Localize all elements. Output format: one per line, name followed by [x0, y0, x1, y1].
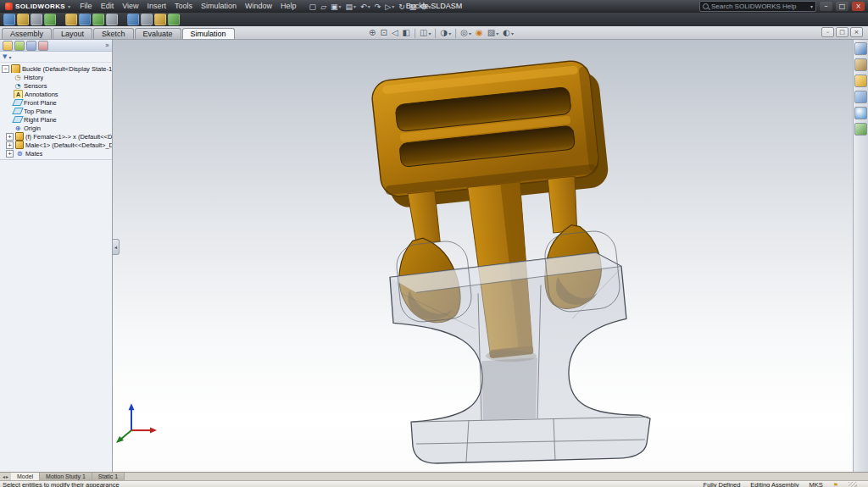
tree-item-history[interactable]: ◷ History [0, 73, 112, 81]
view-settings-icon[interactable]: ◐▾ [503, 28, 514, 38]
collapse-icon[interactable]: − [2, 65, 9, 73]
tab-assembly[interactable]: Assembly [2, 28, 52, 39]
resize-grip[interactable] [849, 482, 857, 487]
apply-scene-caret-icon[interactable]: ▾ [496, 30, 498, 36]
expand-icon[interactable]: + [6, 150, 14, 158]
tree-item-annotations[interactable]: A Annotations [0, 90, 112, 98]
tree-item-root[interactable]: − Buckle (Default<Display State-1>) [0, 64, 112, 73]
save-icon[interactable]: ▣▾ [329, 2, 343, 12]
save-caret-icon[interactable]: ▾ [339, 3, 342, 9]
appearances-scenes-icon[interactable] [854, 107, 867, 119]
solidworks-resources-icon[interactable] [854, 42, 867, 55]
menu-simulation[interactable]: Simulation [197, 0, 241, 13]
tree-item-right-plane[interactable]: Right Plane [0, 115, 112, 124]
view-settings-caret-icon[interactable]: ▾ [511, 30, 514, 36]
menu-tools[interactable]: Tools [170, 0, 197, 13]
menu-insert[interactable]: Insert [143, 0, 171, 13]
configurationmanager-tab-icon[interactable] [26, 41, 36, 51]
command-icon[interactable] [92, 14, 104, 25]
file-explorer-icon[interactable] [854, 75, 867, 87]
display-style-caret-icon[interactable]: ▾ [448, 30, 451, 36]
select-icon[interactable]: ▷▾ [383, 2, 396, 12]
panel-collapse-handle[interactable]: ◂ [113, 239, 120, 255]
chevron-right-icon[interactable]: » [105, 42, 109, 49]
status-units[interactable]: MKS [809, 481, 822, 487]
view-orientation-caret-icon[interactable]: ▾ [429, 30, 431, 36]
tab-model[interactable]: Model [11, 473, 40, 480]
section-view-icon[interactable]: ◧ [403, 28, 410, 38]
menu-view[interactable]: View [118, 0, 142, 13]
doc-restore-button[interactable]: □ [836, 27, 849, 37]
display-style-icon[interactable]: ◑▾ [441, 28, 452, 38]
tab-layout[interactable]: Layout [53, 28, 92, 39]
previous-view-icon[interactable]: ◁ [392, 28, 398, 38]
menu-file[interactable]: File [75, 0, 97, 13]
hide-show-items-icon[interactable]: ◎▾ [460, 28, 471, 38]
tab-scroll-buttons[interactable]: ◂ ▸ [0, 473, 11, 480]
apply-scene-icon[interactable]: ▨▾ [487, 28, 498, 38]
minimize-button[interactable]: – [820, 2, 832, 11]
design-library-icon[interactable] [854, 58, 867, 71]
filter-caret-icon[interactable]: ▾ [8, 54, 11, 60]
tree-item-female-part[interactable]: + (f) Female<1>-> x (Default<<Default> [0, 132, 112, 141]
tab-static-1[interactable]: Static 1 [92, 473, 125, 480]
new-document-icon[interactable]: ▢ [308, 2, 319, 12]
command-icon[interactable] [3, 14, 15, 25]
doc-close-button[interactable]: × [850, 27, 863, 37]
command-icon[interactable] [106, 14, 118, 25]
print-caret-icon[interactable]: ▾ [353, 3, 356, 9]
menu-help[interactable]: Help [276, 0, 301, 13]
featuremanager-tree-tab-icon[interactable] [3, 41, 13, 51]
tab-motion-study-1[interactable]: Motion Study 1 [40, 473, 92, 480]
command-icon[interactable] [168, 14, 180, 25]
undo-caret-icon[interactable]: ▾ [368, 3, 370, 9]
menu-window[interactable]: Window [241, 0, 276, 13]
tab-scroll-right-icon[interactable]: ▸ [6, 473, 8, 479]
tab-evaluate[interactable]: Evaluate [135, 28, 181, 39]
command-icon[interactable] [79, 14, 91, 25]
view-orientation-icon[interactable]: ◫▾ [420, 28, 431, 38]
tree-item-top-plane[interactable]: Top Plane [0, 107, 112, 115]
undo-icon[interactable]: ↶▾ [359, 2, 372, 12]
command-icon[interactable] [65, 14, 77, 25]
tree-item-male-part[interactable]: + Male<1> (Default<<Default>_Display S [0, 141, 112, 149]
command-icon[interactable] [141, 14, 153, 25]
propertymanager-tab-icon[interactable] [14, 41, 25, 51]
zoom-area-icon[interactable]: ⊡ [381, 28, 387, 38]
edit-appearance-icon[interactable]: ◉ [476, 28, 483, 38]
command-icon[interactable] [154, 14, 166, 25]
doc-minimize-button[interactable]: – [821, 27, 834, 37]
command-icon[interactable] [17, 14, 29, 25]
print-icon[interactable]: ▤▾ [344, 2, 359, 12]
redo-icon[interactable]: ↷ [373, 2, 383, 12]
tree-item-mates[interactable]: + ⊚ Mates [0, 149, 112, 158]
command-icon[interactable] [31, 14, 42, 25]
expand-icon[interactable]: + [6, 141, 14, 149]
zoom-fit-icon[interactable]: ⊕ [369, 28, 376, 38]
buckle-model[interactable] [113, 40, 853, 472]
close-button[interactable]: × [852, 2, 865, 11]
maximize-button[interactable]: □ [836, 2, 849, 11]
logo-chevron-down-icon[interactable]: ▾ [68, 3, 70, 9]
tab-scroll-left-icon[interactable]: ◂ [3, 473, 5, 479]
custom-properties-icon[interactable] [854, 123, 867, 136]
open-document-icon[interactable]: ▱ [319, 2, 328, 12]
search-dropdown-icon[interactable]: ▾ [810, 3, 813, 9]
tab-sketch[interactable]: Sketch [93, 28, 134, 39]
tree-item-front-plane[interactable]: Front Plane [0, 98, 112, 107]
graphics-area[interactable]: ◂ [113, 40, 853, 472]
command-icon[interactable] [127, 14, 139, 25]
displaymanager-tab-icon[interactable] [38, 41, 48, 51]
select-caret-icon[interactable]: ▾ [392, 3, 394, 9]
tag-icon[interactable]: ⚑ [833, 482, 838, 487]
tab-simulation[interactable]: Simulation [182, 28, 235, 39]
menu-edit[interactable]: Edit [97, 0, 119, 13]
search-input[interactable]: Search SOLIDWORKS Help ▾ [699, 1, 816, 12]
tree-item-sensors[interactable]: ◔ Sensors [0, 81, 112, 90]
filter-icon[interactable]: ▼ [3, 53, 7, 60]
tree-item-origin[interactable]: ⊕ Origin [0, 124, 112, 132]
view-palette-icon[interactable] [854, 91, 867, 103]
expand-icon[interactable]: + [6, 133, 14, 141]
hide-show-caret-icon[interactable]: ▾ [469, 30, 471, 36]
command-icon[interactable] [44, 14, 56, 25]
